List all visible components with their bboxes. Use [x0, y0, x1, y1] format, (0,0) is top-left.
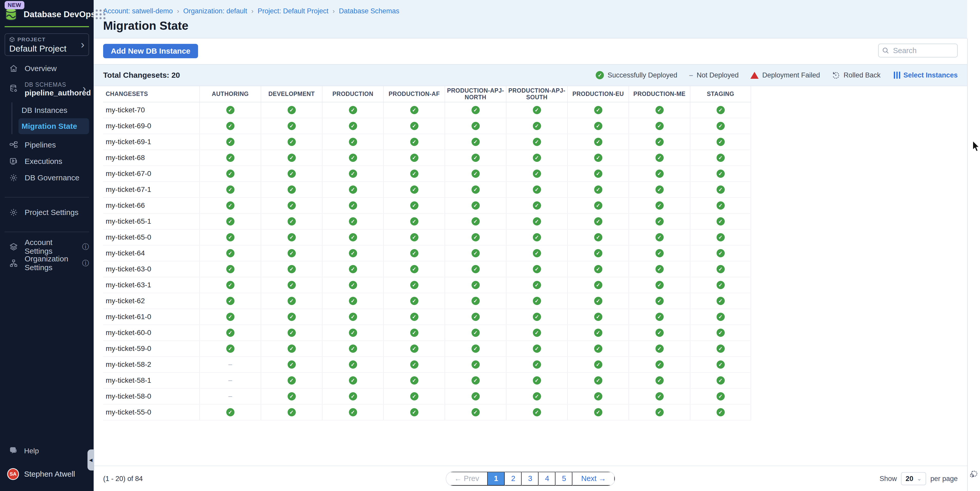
deployed-check-icon: ✓ — [716, 249, 725, 257]
deployed-check-icon: ✓ — [349, 106, 357, 114]
cube-icon — [9, 37, 15, 42]
select-instances-button[interactable]: Select Instances — [894, 72, 958, 79]
status-cell: ✓ — [690, 246, 751, 261]
page-title: Migration State — [103, 19, 967, 33]
schemas-subnav: DB Instances Migration State — [11, 102, 89, 134]
chat-bubble-icon[interactable] — [968, 469, 979, 480]
status-cell: ✓ — [567, 405, 628, 420]
status-cell: ✓ — [567, 325, 628, 340]
sidebar-collapse-handle[interactable]: ◀ — [88, 450, 94, 470]
status-cell: ✓ — [261, 150, 322, 165]
changeset-name: my-ticket-67-0 — [103, 166, 199, 181]
summary-band: Total Changesets: 20 ✓ Successfully Depl… — [94, 64, 967, 86]
status-cell: ✓ — [261, 405, 322, 420]
sidebar-item-pipelines[interactable]: Pipelines — [0, 137, 94, 153]
sidebar-divider — [5, 197, 89, 197]
status-cell: ✓ — [383, 102, 445, 118]
status-cell: ✓ — [690, 293, 751, 308]
sidebar-item-project-settings[interactable]: Project Settings — [0, 204, 94, 221]
sidebar-divider — [5, 232, 89, 232]
db-schemas-label: DB SCHEMAS — [25, 81, 66, 88]
page-button-2[interactable]: 2 — [505, 472, 522, 486]
info-icon[interactable]: ⓘ — [82, 242, 89, 251]
status-cell: ✓ — [383, 341, 445, 356]
status-cell: ✓ — [628, 341, 690, 356]
deployed-check-icon: ✓ — [349, 233, 357, 242]
sidebar-item-db-instances[interactable]: DB Instances — [19, 102, 89, 118]
sidebar-item-db-governance[interactable]: DB Governance — [0, 170, 94, 186]
sidebar-item-account-settings[interactable]: Account Settings ⓘ — [0, 238, 94, 255]
status-cell: ✓ — [690, 261, 751, 277]
status-cell: ✓ — [628, 373, 690, 388]
chevron-down-icon: ⌄ — [917, 475, 921, 482]
sidebar-item-db-schemas[interactable]: DB SCHEMAS pipeline_authored › — [0, 77, 94, 100]
project-selector[interactable]: PROJECT Default Project › — [5, 33, 89, 56]
status-cell: ✓ — [567, 309, 628, 324]
status-cell: ✓ — [445, 293, 506, 308]
deployed-check-icon: ✓ — [288, 376, 296, 385]
deployed-check-icon: ✓ — [655, 408, 664, 416]
status-cell: ✓ — [261, 357, 322, 372]
deployed-check-icon: ✓ — [288, 313, 296, 321]
sidebar-item-overview[interactable]: Overview — [0, 60, 94, 77]
deployed-check-icon: ✓ — [471, 297, 480, 305]
app-switcher-grid-icon[interactable] — [96, 10, 105, 19]
status-cell: ✓ — [261, 214, 322, 229]
status-cell: ✓ — [261, 198, 322, 213]
status-cell: ✓ — [628, 198, 690, 213]
deployed-check-icon: ✓ — [716, 376, 725, 385]
deployed-check-icon: ✓ — [716, 297, 725, 305]
page-button-3[interactable]: 3 — [522, 472, 539, 486]
status-cell: ✓ — [628, 166, 690, 181]
help-button[interactable]: ? Help — [0, 443, 94, 459]
deployed-check-icon: ✓ — [349, 345, 357, 353]
status-cell: ✓ — [567, 293, 628, 308]
next-page-button[interactable]: Next → — [573, 472, 615, 486]
status-cell: ✓ — [628, 118, 690, 133]
search-input[interactable] — [878, 44, 958, 57]
status-cell: ✓ — [690, 325, 751, 340]
status-cell: ✓ — [445, 373, 506, 388]
show-label: Show — [880, 475, 897, 483]
prev-page-button[interactable]: ← Prev — [446, 472, 488, 486]
status-cell: ✓ — [322, 277, 383, 293]
page-button-1[interactable]: 1 — [488, 472, 505, 486]
deployed-check-icon: ✓ — [288, 217, 296, 226]
page-range-info: (1 - 20) of 84 — [103, 475, 143, 483]
status-cell: ✓ — [261, 277, 322, 293]
status-cell: ✓ — [261, 341, 322, 356]
main-content: Account: satwell-demo›Organization: defa… — [94, 0, 967, 491]
user-menu[interactable]: SA Stephen Atwell — [0, 466, 94, 482]
breadcrumb-link[interactable]: Organization: default — [183, 7, 247, 15]
status-cell: ✓ — [506, 182, 567, 197]
status-cell: ✓ — [628, 261, 690, 277]
status-cell: ✓ — [690, 166, 751, 181]
breadcrumb-link[interactable]: Project: Default Project — [258, 7, 328, 15]
deployed-check-icon: ✓ — [594, 392, 602, 400]
info-icon[interactable]: ⓘ — [82, 259, 89, 268]
deployed-check-icon: ✓ — [288, 201, 296, 210]
page-size-select[interactable]: 20 ⌄ — [901, 472, 926, 485]
app-header: NEW Database DevOps — [4, 6, 89, 22]
add-new-db-instance-button[interactable]: Add New DB Instance — [103, 44, 198, 58]
gear-icon — [9, 173, 18, 182]
sidebar-item-label: Account Settings — [25, 238, 75, 256]
status-cell: ✓ — [567, 118, 628, 133]
sidebar-item-executions[interactable]: Executions — [0, 153, 94, 170]
table-row: my-ticket-66✓✓✓✓✓✓✓✓✓ — [103, 198, 751, 214]
deployed-check-icon: ✓ — [349, 201, 357, 210]
rollback-arrow-icon — [832, 71, 840, 79]
breadcrumb-link[interactable]: Database Schemas — [339, 7, 399, 15]
svg-text:?: ? — [12, 448, 14, 451]
sidebar-item-organization-settings[interactable]: Organization Settings ⓘ — [0, 255, 94, 272]
sidebar-item-migration-state[interactable]: Migration State — [19, 118, 89, 134]
deployed-check-icon: ✓ — [655, 217, 664, 226]
page-button-4[interactable]: 4 — [539, 472, 556, 486]
deployed-check-icon: ✓ — [655, 313, 664, 321]
status-cell: ✓ — [445, 357, 506, 372]
status-cell: ✓ — [628, 293, 690, 308]
page-button-5[interactable]: 5 — [556, 472, 573, 486]
status-cell: ✓ — [628, 325, 690, 340]
breadcrumb-link[interactable]: Account: satwell-demo — [103, 7, 173, 15]
deployed-check-icon: ✓ — [226, 297, 234, 305]
